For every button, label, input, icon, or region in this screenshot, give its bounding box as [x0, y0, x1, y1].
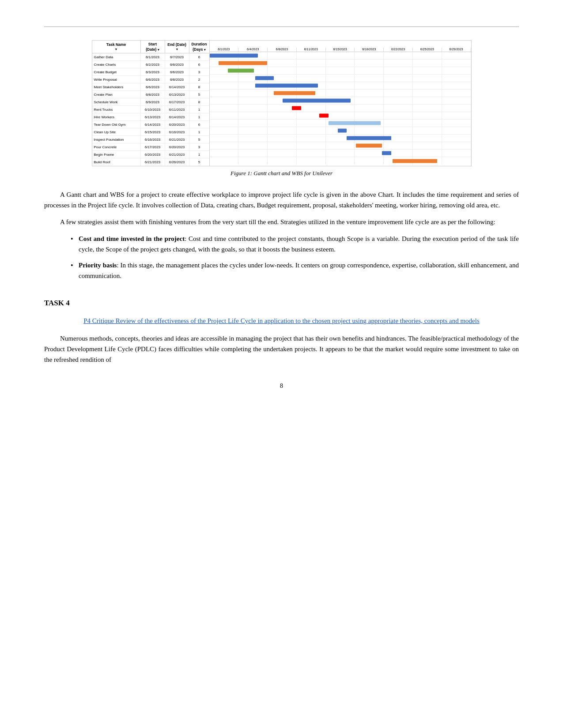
table-row: Rent Trucks 6/10/2023 6/11/2023 1 — [92, 106, 209, 113]
list-item: Cost and time invested in the project: C… — [71, 233, 519, 255]
gantt-date-labels: 6/1/20236/4/20236/8/20236/11/20236/15/20… — [210, 41, 471, 52]
cell-end: 6/16/2023 — [165, 128, 189, 135]
gantt-bar — [329, 121, 381, 125]
cell-task: Rent Trucks — [92, 106, 141, 113]
cell-task: Hire Workers — [92, 113, 141, 120]
gantt-bar — [393, 159, 437, 163]
gantt-bar — [255, 76, 273, 80]
cell-dur: 8 — [189, 98, 209, 105]
cell-start: 6/15/2023 — [141, 128, 165, 135]
bullet-list: Cost and time invested in the project: C… — [71, 233, 519, 281]
cell-task: Write Proposal — [92, 76, 141, 83]
gantt-bar — [255, 84, 318, 88]
cell-end: 6/14/2023 — [165, 83, 189, 90]
col-header-start[interactable]: Start (Date) ▾ — [141, 41, 165, 53]
chart-row — [210, 150, 471, 157]
gantt-chart-body — [210, 52, 471, 165]
date-label: 6/22/2023 — [384, 48, 413, 52]
cell-start: 6/8/2023 — [141, 91, 165, 98]
table-row: Begin Frame 6/20/2023 6/21/2023 1 — [92, 151, 209, 158]
chart-row — [210, 157, 471, 165]
col-task-arrow[interactable]: ▾ — [115, 48, 117, 51]
cell-task: Pour Concrete — [92, 143, 141, 150]
col-header-task[interactable]: Task Name ▾ — [92, 41, 141, 53]
cell-task: Create Budget — [92, 68, 141, 75]
date-label: 6/8/2023 — [268, 48, 297, 52]
chart-row — [210, 120, 471, 127]
col-dur-label1: Duration — [192, 42, 207, 46]
table-row: Create Budget 6/3/2023 6/6/2023 3 — [92, 68, 209, 76]
cell-dur: 1 — [189, 113, 209, 120]
page-number: 8 — [44, 383, 519, 390]
cell-dur: 8 — [189, 83, 209, 90]
cell-start: 6/2/2023 — [141, 61, 165, 68]
bullet-bold: Cost and time invested in the project — [79, 235, 185, 242]
list-item: Priority basis: In this stage, the manag… — [71, 260, 519, 281]
cell-dur: 5 — [189, 136, 209, 143]
gantt-bar — [338, 129, 347, 133]
gantt-table-header: Task Name ▾ Start (Date) ▾ End (Date) ▾ … — [92, 41, 209, 53]
bullet-rest: : In this stage, the management places t… — [79, 262, 519, 279]
date-label: 6/25/2023 — [413, 48, 442, 52]
cell-end: 6/21/2023 — [165, 136, 189, 143]
task4-heading: TASK 4 — [44, 299, 519, 308]
top-border — [44, 26, 519, 27]
chart-row — [210, 105, 471, 112]
cell-end: 6/26/2023 — [165, 158, 189, 166]
table-row: Tear Down Old Gym 6/14/2023 6/20/2023 6 — [92, 121, 209, 128]
gantt-bar — [228, 69, 254, 73]
cell-end: 6/20/2023 — [165, 143, 189, 150]
cell-dur: 2 — [189, 76, 209, 83]
col-start-label1: Start — [148, 42, 157, 46]
chart-row — [210, 60, 471, 67]
paragraph2: A few strategies assist them with finish… — [44, 217, 519, 227]
cell-start: 6/6/2023 — [141, 83, 165, 90]
gantt-bar — [274, 91, 316, 95]
table-row: Create Charts 6/2/2023 6/8/2023 6 — [92, 61, 209, 68]
cell-end: 6/7/2023 — [165, 53, 189, 60]
table-row: Hire Workers 6/13/2023 6/14/2023 1 — [92, 113, 209, 121]
chart-row — [210, 52, 471, 60]
gantt-rows-container: Gather Data 6/1/2023 6/7/2023 6 Create C… — [92, 53, 209, 166]
cell-dur: 1 — [189, 151, 209, 158]
cell-end: 6/8/2023 — [165, 76, 189, 83]
gantt-bar — [283, 99, 351, 103]
paragraph2-text: A few strategies assist them with finish… — [60, 218, 495, 225]
cell-start: 6/13/2023 — [141, 113, 165, 120]
cell-end: 6/8/2023 — [165, 61, 189, 68]
col-header-end[interactable]: End (Date) ▾ — [165, 41, 189, 53]
table-row: Clean Up Site 6/15/2023 6/16/2023 1 — [92, 128, 209, 136]
table-row: Write Proposal 6/6/2023 6/8/2023 2 — [92, 76, 209, 83]
col-task-label: Task Name — [106, 42, 126, 47]
col-header-dur[interactable]: Duration (Days ▾ — [189, 41, 209, 53]
cell-dur: 6 — [189, 61, 209, 68]
gantt-chart-area: 6/1/20236/4/20236/8/20236/11/20236/15/20… — [210, 41, 471, 166]
cell-start: 6/16/2023 — [141, 136, 165, 143]
cell-task: Clean Up Site — [92, 128, 141, 135]
task4-paragraph: Numerous methods, concepts, theories and… — [44, 333, 519, 365]
chart-row — [210, 90, 471, 97]
date-label: 6/11/2023 — [297, 48, 326, 52]
gantt-bar — [319, 114, 329, 118]
task4-subheading: P4 Critique Review of the effectiveness … — [44, 315, 519, 326]
bullet-bold: Priority basis — [79, 262, 117, 269]
date-label: 6/4/2023 — [238, 48, 268, 52]
date-label: 6/15/2023 — [326, 48, 355, 52]
table-row: Meet Stakeholders 6/6/2023 6/14/2023 8 — [92, 83, 209, 91]
gantt-bar — [356, 144, 382, 148]
cell-start: 6/9/2023 — [141, 98, 165, 105]
chart-row — [210, 67, 471, 75]
cell-start: 6/6/2023 — [141, 76, 165, 83]
cell-task: Begin Frame — [92, 151, 141, 158]
page: Task Name ▾ Start (Date) ▾ End (Date) ▾ … — [0, 0, 563, 728]
gantt-bar — [347, 136, 391, 140]
paragraph1: A Gantt chart and WBS for a project to c… — [44, 189, 519, 210]
cell-dur: 6 — [189, 121, 209, 128]
table-row: Build Roof 6/21/2023 6/26/2023 5 — [92, 158, 209, 166]
cell-end: 6/20/2023 — [165, 121, 189, 128]
table-row: Pour Concrete 6/17/2023 6/20/2023 3 — [92, 143, 209, 151]
cell-dur: 1 — [189, 128, 209, 135]
cell-start: 6/20/2023 — [141, 151, 165, 158]
paragraph1-text: A Gantt chart and WBS for a project to c… — [44, 191, 519, 209]
chart-row — [210, 112, 471, 120]
